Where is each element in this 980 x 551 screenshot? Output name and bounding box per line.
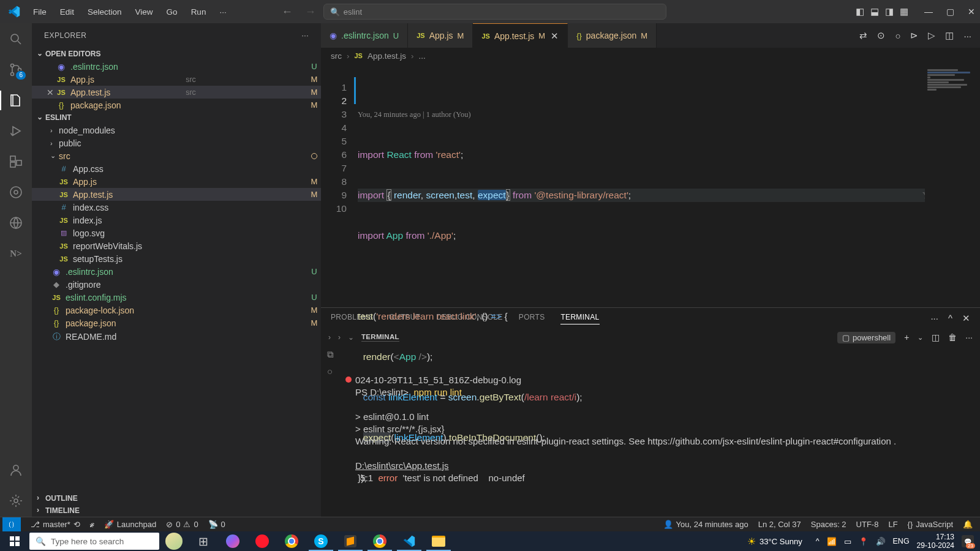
- wifi-icon[interactable]: 📶: [827, 537, 837, 546]
- sb-branch[interactable]: ⎇master*⟲: [26, 520, 85, 529]
- nav-forward-icon[interactable]: →: [305, 6, 316, 18]
- lang-indicator[interactable]: ENG: [893, 537, 910, 545]
- split-icon[interactable]: ◫: [945, 30, 954, 41]
- sync-icon[interactable]: ⟲: [74, 520, 80, 529]
- layout-bottom-icon[interactable]: ⬓: [870, 6, 879, 17]
- activity-nx[interactable]: N>: [7, 245, 24, 262]
- chrome-canary-icon[interactable]: [365, 531, 394, 551]
- open-editor-item[interactable]: ◉.eslintrc.jsonU: [32, 60, 321, 73]
- folder-row[interactable]: ›node_modules: [32, 124, 321, 137]
- sb-launchpad[interactable]: 🚀Launchpad: [99, 520, 161, 529]
- vscode-taskbar-icon[interactable]: [394, 531, 424, 551]
- terminal[interactable]: ⧉○ 024-10-29T11_15_51_816Z-debug-0.log P…: [321, 346, 980, 485]
- open-editor-item[interactable]: ✕JSApp.test.jssrcM: [32, 86, 321, 99]
- folder-row[interactable]: ⌄src: [32, 149, 321, 162]
- file-row[interactable]: ◉.eslintrc.jsonU: [32, 265, 321, 278]
- layout-right-icon[interactable]: ◨: [885, 6, 894, 17]
- battery-icon[interactable]: ▭: [844, 537, 851, 546]
- file-row[interactable]: JSApp.test.jsM: [32, 188, 321, 201]
- tab-apptestjs[interactable]: JSApp.test.jsM✕: [473, 23, 568, 48]
- copilot-icon[interactable]: [218, 531, 247, 551]
- file-row[interactable]: {}package.jsonM: [32, 317, 321, 329]
- menu-view[interactable]: View: [129, 5, 159, 19]
- opera-icon[interactable]: [247, 531, 277, 551]
- file-row[interactable]: JSsetupTests.js: [32, 252, 321, 265]
- command-center-search[interactable]: 🔍 eslint: [323, 4, 666, 20]
- tab-appjs[interactable]: JSApp.jsM: [408, 23, 473, 48]
- activity-settings[interactable]: [7, 492, 24, 509]
- file-row[interactable]: JSApp.jsM: [32, 175, 321, 188]
- chevron-icon[interactable]: ›: [328, 333, 331, 342]
- remote-button[interactable]: ⟮⟯: [2, 517, 21, 531]
- skype-icon[interactable]: S: [306, 531, 336, 551]
- activity-debug[interactable]: [7, 122, 24, 140]
- activity-gitlens[interactable]: [7, 184, 24, 201]
- activity-explorer[interactable]: [7, 92, 24, 109]
- chevron-down-icon[interactable]: ⌄: [348, 333, 354, 342]
- tray-chevron-icon[interactable]: ^: [816, 537, 820, 545]
- tab-eslintrc[interactable]: ◉.eslintrc.jsonU: [321, 23, 408, 48]
- volume-icon[interactable]: 🔊: [876, 537, 886, 546]
- open-editor-item[interactable]: {}package.jsonM: [32, 99, 321, 111]
- sb-graph[interactable]: ⸙: [85, 520, 99, 529]
- cortana-widget-icon[interactable]: [159, 531, 189, 551]
- activity-extensions[interactable]: [7, 153, 24, 170]
- clock[interactable]: 17:1329-10-2024: [917, 533, 954, 550]
- section-timeline[interactable]: ›TIMELINE: [32, 504, 321, 517]
- activity-remote[interactable]: [7, 214, 24, 231]
- open-editor-item[interactable]: JSApp.jssrcM: [32, 73, 321, 86]
- tab-packagejson[interactable]: {}package.jsonM: [568, 23, 657, 48]
- menu-more[interactable]: ···: [213, 5, 232, 19]
- menu-edit[interactable]: Edit: [54, 5, 80, 19]
- menu-go[interactable]: Go: [160, 5, 184, 19]
- section-project[interactable]: ⌄ESLINT: [32, 111, 321, 124]
- close-icon[interactable]: ✕: [45, 88, 55, 97]
- sb-language[interactable]: {}JavaScript: [903, 520, 958, 529]
- layout-side-icon[interactable]: ◧: [856, 6, 864, 17]
- sb-bell[interactable]: 🔔: [958, 520, 978, 529]
- sb-position[interactable]: Ln 2, Col 37: [753, 520, 806, 529]
- section-outline[interactable]: ›OUTLINE: [32, 492, 321, 504]
- history-back-icon[interactable]: ○: [895, 31, 900, 41]
- file-explorer-icon[interactable]: [424, 531, 453, 551]
- file-row[interactable]: ▨logo.svg: [32, 227, 321, 239]
- menu-selection[interactable]: Selection: [81, 5, 128, 19]
- run-icon[interactable]: ▷: [928, 30, 935, 41]
- layout-grid-icon[interactable]: ▦: [900, 6, 908, 17]
- history-forward-icon[interactable]: ⊳: [910, 30, 918, 41]
- task-view-icon[interactable]: ⊞: [189, 531, 218, 551]
- more-icon[interactable]: ···: [963, 31, 971, 41]
- file-row[interactable]: JSindex.js: [32, 214, 321, 227]
- chevron-icon[interactable]: ›: [338, 333, 341, 342]
- activity-account[interactable]: [7, 462, 24, 479]
- maximize-icon[interactable]: ▢: [946, 7, 954, 17]
- chrome-icon[interactable]: [277, 531, 306, 551]
- file-row[interactable]: JSeslint.config.mjsU: [32, 291, 321, 304]
- file-row[interactable]: #index.css: [32, 201, 321, 214]
- menu-file[interactable]: File: [27, 5, 53, 19]
- nav-back-icon[interactable]: ←: [282, 6, 293, 18]
- file-row[interactable]: {}package-lock.jsonM: [32, 304, 321, 317]
- activity-scm[interactable]: 6: [7, 61, 24, 78]
- weather-widget[interactable]: ☀33°C Sunny: [747, 536, 802, 547]
- section-open-editors[interactable]: ⌄OPEN EDITORS: [32, 48, 321, 60]
- sb-port[interactable]: 📡0: [203, 520, 230, 529]
- sublime-icon[interactable]: [336, 531, 365, 551]
- menu-run[interactable]: Run: [185, 5, 213, 19]
- folder-row[interactable]: ›public: [32, 137, 321, 149]
- more-icon[interactable]: ···: [301, 31, 309, 40]
- sb-encoding[interactable]: UTF-8: [851, 520, 884, 529]
- code-editor[interactable]: 12345678910 You, 24 minutes ago | 1 auth…: [321, 64, 980, 307]
- file-row[interactable]: #App.css: [32, 162, 321, 175]
- breadcrumb[interactable]: src› JSApp.test.js› ...: [321, 48, 980, 64]
- notifications-icon[interactable]: 💬23: [962, 535, 974, 547]
- sb-spaces[interactable]: Spaces: 2: [806, 520, 851, 529]
- close-window-icon[interactable]: ✕: [968, 7, 975, 17]
- file-row[interactable]: JSreportWebVitals.js: [32, 239, 321, 252]
- start-button[interactable]: [0, 531, 29, 551]
- git-compare-icon[interactable]: ⇄: [859, 30, 867, 41]
- location-icon[interactable]: 📍: [859, 537, 869, 546]
- close-tab-icon[interactable]: ✕: [551, 31, 559, 42]
- minimap[interactable]: [925, 64, 980, 307]
- minimize-icon[interactable]: ―: [924, 7, 933, 17]
